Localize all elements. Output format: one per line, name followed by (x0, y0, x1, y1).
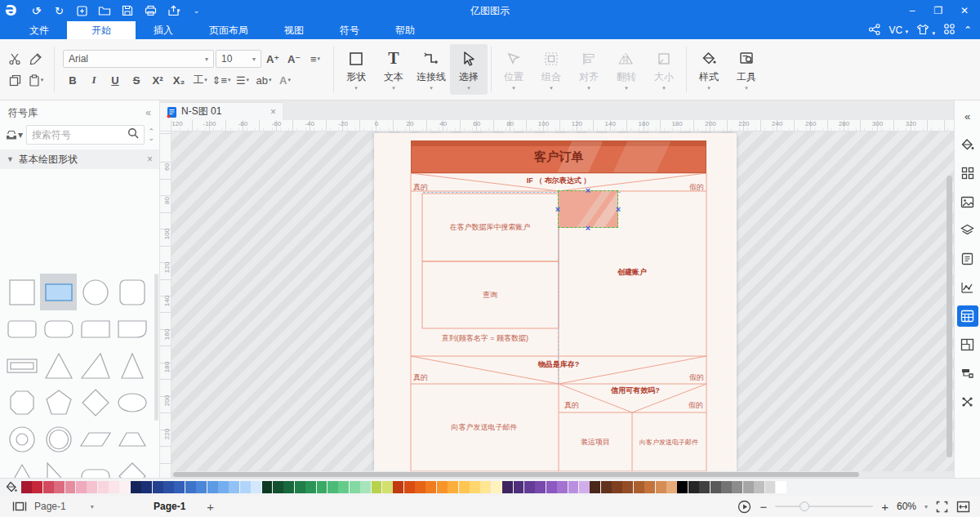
style-button[interactable]: 样式▾ (690, 44, 728, 95)
color-swatch[interactable] (43, 481, 54, 493)
increase-font-icon[interactable]: A⁺ (263, 50, 283, 68)
color-swatch[interactable] (251, 481, 261, 493)
select-tool-button[interactable]: 选择▾ (450, 44, 488, 95)
ship-items-label[interactable]: 装运项目 (581, 437, 610, 448)
menu-tab-4[interactable]: 视图 (266, 21, 322, 39)
account-menu[interactable]: VC ▾ (889, 25, 909, 36)
color-swatch[interactable] (273, 481, 283, 493)
copy-icon[interactable] (5, 71, 24, 89)
color-swatch[interactable] (141, 481, 152, 493)
until-label[interactable]: 直到(顾客名字 = 顾客数据) (442, 333, 528, 344)
color-swatch[interactable] (437, 481, 448, 493)
color-swatch[interactable] (754, 481, 764, 493)
color-swatch[interactable] (54, 481, 65, 493)
presentation-play-icon[interactable] (737, 500, 751, 514)
color-swatch[interactable] (557, 481, 568, 493)
zoom-slider[interactable] (775, 506, 873, 507)
menu-tab-5[interactable]: 符号 (322, 21, 377, 39)
shape-trapezoid[interactable] (114, 421, 150, 457)
color-swatch[interactable] (535, 481, 546, 493)
fill-color-icon[interactable] (0, 481, 21, 493)
menu-tab-6[interactable]: 帮助 (377, 21, 433, 39)
color-swatch[interactable] (98, 481, 109, 493)
cut-icon[interactable] (5, 50, 24, 68)
next-library-icon[interactable]: ⌄ (148, 135, 154, 141)
undo-icon[interactable]: ↺▾ (26, 2, 46, 19)
color-swatch[interactable] (32, 481, 42, 493)
shape-circle[interactable] (77, 274, 114, 310)
color-swatch[interactable] (404, 481, 415, 493)
search-icon[interactable] (127, 127, 139, 142)
zoom-out-icon[interactable]: − (760, 500, 767, 514)
font-size-select[interactable]: 10▾ (216, 50, 261, 68)
underline-icon[interactable]: U (105, 71, 125, 89)
color-swatch[interactable] (524, 481, 535, 493)
text-tool-button[interactable]: T 文本▾ (375, 44, 412, 95)
color-swatch[interactable] (743, 481, 754, 493)
shape-pentagon[interactable] (40, 384, 77, 421)
print-icon[interactable] (140, 2, 160, 19)
create-account-label[interactable]: 创建账户 (617, 267, 647, 278)
shape-parallelogram[interactable] (77, 421, 114, 457)
color-swatch[interactable] (21, 481, 32, 493)
menu-tab-0[interactable]: 文件 (11, 21, 67, 39)
color-swatch[interactable] (699, 481, 710, 493)
chart-panel-icon[interactable] (957, 277, 978, 298)
color-swatch[interactable] (382, 481, 393, 493)
color-swatch[interactable] (601, 481, 612, 493)
page-selector[interactable]: Page-1▾ (34, 501, 140, 512)
align-icon[interactable]: ≡▾ (305, 50, 325, 68)
color-swatch[interactable] (338, 481, 349, 493)
floorplan-panel-icon[interactable] (957, 334, 978, 355)
color-swatch[interactable] (425, 481, 436, 493)
color-swatch[interactable] (393, 481, 403, 493)
email-right-label[interactable]: 向客户发送电子邮件 (639, 438, 698, 447)
minimize-button[interactable]: – (900, 2, 924, 20)
connector-tool-button[interactable]: 连接线▾ (412, 44, 450, 95)
shape-double-circle[interactable] (40, 421, 77, 457)
color-swatch[interactable] (677, 481, 688, 493)
color-swatch[interactable] (765, 481, 776, 493)
color-swatch[interactable] (634, 481, 644, 493)
color-swatch[interactable] (372, 481, 382, 493)
color-swatch[interactable] (721, 481, 732, 493)
new-document-icon[interactable] (72, 2, 91, 19)
color-swatch[interactable] (776, 481, 786, 493)
color-swatch[interactable] (415, 481, 425, 493)
color-swatch[interactable] (185, 481, 196, 493)
library-menu-icon[interactable]: ▾ (5, 129, 23, 140)
shape-rounded-diamond[interactable] (114, 457, 150, 478)
subscript-icon[interactable]: X₂ (169, 71, 189, 89)
color-swatch[interactable] (174, 481, 185, 493)
share-icon[interactable] (868, 24, 881, 38)
zoom-in-icon[interactable]: + (881, 500, 889, 514)
color-swatch[interactable] (305, 481, 316, 493)
line-spacing-icon[interactable]: ⇕≡▾ (212, 71, 231, 89)
color-swatch[interactable] (207, 481, 218, 493)
selection-handle-bottom[interactable]: × (586, 223, 590, 233)
shape-rounded-rect[interactable] (3, 310, 40, 347)
zoom-level[interactable]: 60% (897, 501, 916, 512)
diagram-title-banner[interactable]: 客户订单 (411, 140, 706, 173)
color-swatch[interactable] (131, 481, 141, 493)
page-view-icon[interactable] (11, 501, 28, 512)
color-swatch[interactable] (65, 481, 76, 493)
search-box-label[interactable]: 在客户数据库中搜索账户 (450, 222, 531, 233)
font-family-select[interactable]: Arial▾ (63, 50, 214, 68)
email-left-label[interactable]: 向客户发送电子邮件 (452, 422, 518, 433)
close-tab-icon[interactable]: × (270, 106, 276, 118)
shape-semi-rounded-rect[interactable] (77, 310, 114, 347)
fit-width-icon[interactable] (956, 501, 970, 513)
image-panel-icon[interactable] (957, 191, 978, 212)
collapse-ribbon-icon[interactable]: ⌃ (964, 25, 972, 36)
color-swatch[interactable] (448, 481, 458, 493)
document-page[interactable]: 客户订单 × × × × IF （ 布尔表达式 ） 真的 假的 在客户数据库中搜… (374, 133, 737, 471)
apps-icon[interactable] (943, 23, 956, 38)
shape-rounded-square[interactable] (114, 274, 150, 310)
section-close-icon[interactable]: × (147, 154, 153, 165)
shape-rect-selected[interactable] (40, 274, 77, 310)
panel-scrollbar[interactable] (154, 274, 158, 421)
shape-scalene-triangle[interactable] (77, 347, 114, 384)
shape-snip-round-rect[interactable] (114, 310, 150, 347)
stock-question-label[interactable]: 物品是库存? (538, 359, 580, 370)
